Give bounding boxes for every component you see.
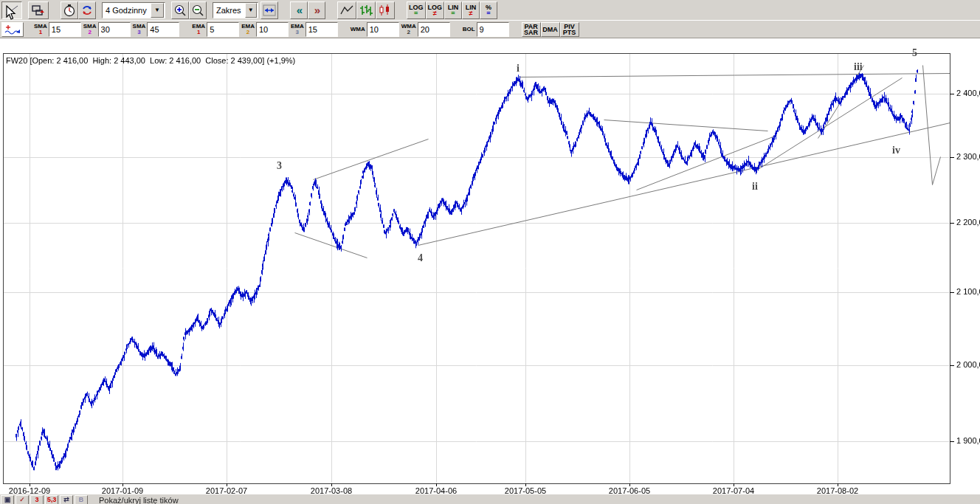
- zoom-in-icon: [173, 4, 187, 17]
- bottom-bar-icons: ▣✓35,3⇄B: [0, 494, 89, 504]
- log-equal-button[interactable]: LOG =: [407, 1, 426, 19]
- overlap-windows-icon: [31, 4, 46, 17]
- double-right-arrow-icon: »: [314, 5, 319, 15]
- arrange-windows-button[interactable]: [28, 1, 49, 19]
- ema1-label: EMA1: [192, 24, 205, 35]
- interval-value: 4 Godzinny: [103, 6, 150, 15]
- candlestick-icon: [378, 4, 393, 17]
- main-toolbar: 4 Godzinny ▼ Zakres ▼: [0, 0, 980, 21]
- window-icon[interactable]: ▣: [1, 495, 14, 504]
- range-width-button[interactable]: [260, 1, 278, 19]
- chart-area: FW20 [Open: 2 416,00 High: 2 443,00 Low:…: [0, 38, 980, 494]
- sma3-input[interactable]: [147, 22, 179, 37]
- sma3-label: SMA3: [133, 24, 146, 35]
- lin-equal-button[interactable]: LIN =: [444, 1, 462, 19]
- bol-label: BOL: [463, 27, 475, 32]
- ema1-input[interactable]: [207, 22, 239, 37]
- bol-input[interactable]: [477, 22, 509, 37]
- zoom-out-button[interactable]: [189, 1, 207, 19]
- candlestick-chart-button[interactable]: [376, 1, 395, 19]
- indicator-toolbar: SMA1SMA2SMA3EMA1EMA2EMA3WMAWMA2BOL PAR S…: [0, 21, 980, 38]
- add-indicator-button[interactable]: [1, 22, 24, 37]
- line-chart-button[interactable]: [337, 1, 356, 19]
- double-left-arrow-icon: «: [297, 5, 301, 15]
- sma2-label: SMA2: [83, 24, 97, 35]
- parsar-label2: SAR: [524, 30, 538, 35]
- zoom-out-icon: [191, 4, 204, 17]
- wma-label: WMA: [351, 27, 365, 32]
- ema3-label: EMA3: [291, 24, 304, 35]
- stopwatch-icon: [63, 4, 76, 17]
- wma2-label: WMA2: [401, 24, 416, 35]
- equal-mark: =: [414, 10, 418, 16]
- equal-mark: =: [486, 10, 490, 16]
- bottom-bar-text: Pokaż/ukryj listę tików: [99, 496, 179, 504]
- link-windows-icon[interactable]: ⇄: [60, 495, 73, 504]
- scroll-forward-button[interactable]: »: [308, 1, 325, 19]
- five-three-icon[interactable]: 5,3: [45, 495, 58, 504]
- parsar-button[interactable]: PAR SAR: [522, 22, 541, 37]
- indicator-wave-icon: [4, 24, 21, 35]
- trendline-tool-icon: [4, 4, 19, 17]
- indicator-toolbar-fields: SMA1SMA2SMA3EMA1EMA2EMA3WMAWMA2BOL: [34, 22, 522, 37]
- line-chart-icon: [339, 4, 354, 17]
- document-icon[interactable]: B: [75, 495, 88, 504]
- ema2-input[interactable]: [256, 22, 289, 37]
- chevron-down-icon[interactable]: ▼: [245, 3, 257, 18]
- ema2-label: EMA2: [241, 24, 255, 35]
- zoom-in-button[interactable]: [171, 1, 189, 19]
- ema3-input[interactable]: [306, 22, 338, 37]
- timer-button[interactable]: [61, 1, 78, 19]
- range-value: Zakres: [213, 6, 244, 15]
- refresh-icon: [80, 4, 94, 17]
- notequal-mark: ≠: [433, 10, 437, 16]
- dma-label: DMA: [542, 27, 558, 32]
- horizontal-arrows-icon: [263, 4, 276, 17]
- interval-select[interactable]: 4 Godzinny ▼: [102, 2, 165, 18]
- chevron-down-icon[interactable]: ▼: [151, 3, 164, 18]
- equal-mark: =: [451, 10, 455, 16]
- bottom-bar: ▣✓35,3⇄B Pokaż/ukryj listę tików: [0, 494, 980, 504]
- pivpts-button[interactable]: PIV PTS: [560, 22, 579, 37]
- pointer-tool-button[interactable]: [1, 1, 22, 19]
- range-select[interactable]: Zakres ▼: [213, 2, 258, 18]
- price-chart-canvas[interactable]: [0, 38, 980, 494]
- sma1-label: SMA1: [34, 24, 47, 35]
- ohlc-bars-icon: [359, 4, 373, 17]
- wma2-input[interactable]: [418, 22, 450, 37]
- scroll-back-button[interactable]: «: [290, 1, 308, 19]
- lin-notequal-button[interactable]: LIN ≠: [462, 1, 480, 19]
- dma-button[interactable]: DMA: [541, 22, 560, 37]
- percent-button[interactable]: % =: [480, 1, 497, 19]
- log-notequal-button[interactable]: LOG ≠: [426, 1, 445, 19]
- pivpts-label2: PTS: [563, 30, 576, 35]
- wma-input[interactable]: [367, 22, 399, 37]
- refresh-button[interactable]: [78, 1, 96, 19]
- checkmark-icon[interactable]: ✓: [15, 495, 29, 504]
- sma2-input[interactable]: [98, 22, 131, 37]
- sma1-input[interactable]: [49, 22, 81, 37]
- bar-chart-button[interactable]: [356, 1, 376, 19]
- three-icon[interactable]: 3: [30, 495, 44, 504]
- notequal-mark: ≠: [469, 10, 473, 16]
